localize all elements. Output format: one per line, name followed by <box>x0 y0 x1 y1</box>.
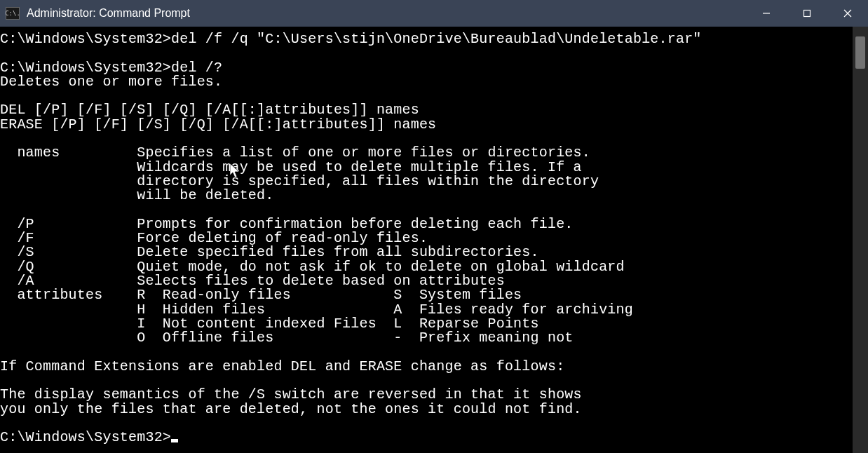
svg-rect-1 <box>804 11 811 17</box>
cmd-icon: C:\. <box>6 7 20 20</box>
close-button[interactable] <box>827 0 868 27</box>
titlebar-left: C:\. Administrator: Command Prompt <box>6 7 190 20</box>
terminal-output[interactable]: C:\Windows\System32>del /f /q "C:\Users\… <box>0 27 853 453</box>
terminal-line: O Offline files - Prefix meaning not <box>0 330 574 346</box>
text-cursor <box>171 439 178 442</box>
terminal-line: ERASE [/P] [/F] [/S] [/Q] [/A[[:]attribu… <box>0 116 436 133</box>
terminal-line: C:\Windows\System32>del /f /q "C:\Users\… <box>0 31 702 47</box>
scrollbar-track[interactable] <box>853 27 868 453</box>
terminal-line: Deletes one or more files. <box>0 74 222 90</box>
terminal-line: If Command Extensions are enabled DEL an… <box>0 358 564 374</box>
terminal-line: C:\Windows\System32> <box>0 429 171 445</box>
terminal-line: you only the files that are deleted, not… <box>0 401 582 417</box>
terminal-area: C:\Windows\System32>del /f /q "C:\Users\… <box>0 27 868 453</box>
terminal-line: will be deleted. <box>0 187 273 203</box>
maximize-button[interactable] <box>787 0 827 27</box>
minimize-button[interactable] <box>746 0 787 27</box>
scrollbar-thumb[interactable] <box>855 36 865 69</box>
window-controls <box>746 0 868 27</box>
window-title: Administrator: Command Prompt <box>27 7 190 20</box>
window-titlebar: C:\. Administrator: Command Prompt <box>0 0 868 27</box>
